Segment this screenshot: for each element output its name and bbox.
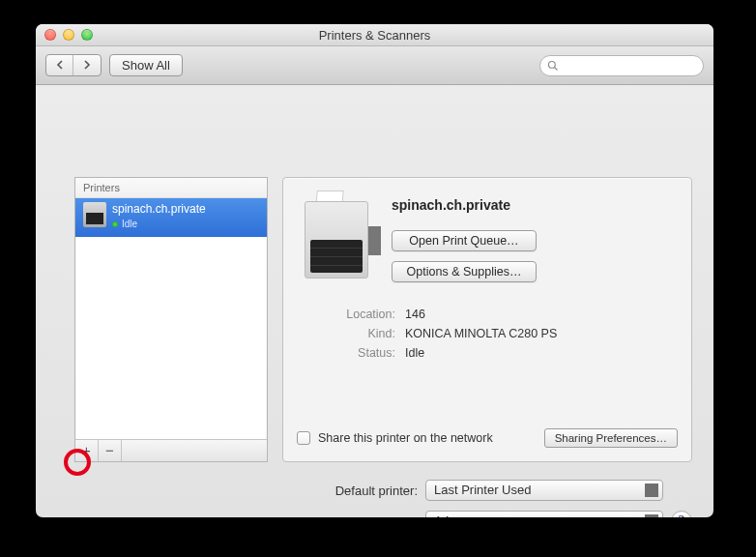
svg-line-1: [555, 67, 558, 70]
search-icon: [547, 60, 559, 72]
status-value: Idle: [405, 346, 424, 360]
printer-list-item[interactable]: spinach.ch.private Idle: [75, 198, 267, 237]
help-icon: ?: [679, 513, 685, 517]
default-paper-value: A4: [434, 513, 450, 517]
location-key: Location:: [299, 308, 395, 321]
printer-title: spinach.ch.private: [392, 197, 676, 213]
chevron-right-icon: [82, 60, 92, 70]
printer-icon: [83, 202, 106, 227]
kind-value: KONICA MINOLTA C280 PS: [405, 327, 557, 340]
printer-detail-panel: spinach.ch.private Open Print Queue… Opt…: [282, 177, 692, 462]
search-input[interactable]: [563, 58, 696, 73]
sharing-preferences-button[interactable]: Sharing Preferences…: [544, 428, 678, 448]
default-printer-value: Last Printer Used: [434, 483, 531, 497]
default-paper-size-popup[interactable]: A4 ▴▾: [425, 511, 663, 517]
kind-key: Kind:: [299, 327, 395, 340]
show-all-button[interactable]: Show All: [109, 54, 183, 76]
default-printer-label: Default printer:: [282, 484, 418, 498]
nav-back-button[interactable]: [46, 55, 73, 75]
chevron-left-icon: [55, 60, 65, 70]
popup-arrows-icon: ▴▾: [651, 484, 655, 497]
svg-point-0: [549, 61, 556, 68]
nav-back-forward-segment: [45, 54, 102, 76]
window-minimize-button[interactable]: [63, 29, 74, 41]
printer-item-status: Idle: [112, 218, 206, 231]
add-printer-button[interactable]: +: [75, 440, 99, 461]
default-printer-popup[interactable]: Last Printer Used ▴▾: [425, 480, 663, 501]
printer-large-icon: [299, 193, 374, 278]
status-key: Status:: [299, 346, 395, 360]
default-paper-label: Default paper size:: [282, 514, 418, 518]
printer-item-name: spinach.ch.private: [112, 202, 206, 216]
popup-arrows-icon: ▴▾: [651, 514, 655, 517]
share-printer-checkbox[interactable]: [297, 431, 310, 445]
toolbar: Show All: [36, 46, 713, 85]
location-value: 146: [405, 308, 425, 321]
printers-list-header: Printers: [75, 178, 267, 198]
share-printer-label: Share this printer on the network: [318, 431, 493, 445]
remove-printer-button[interactable]: −: [99, 440, 122, 461]
window-titlebar: Printers & Scanners: [36, 24, 713, 46]
help-button[interactable]: ?: [671, 511, 692, 517]
window-title: Printers & Scanners: [319, 28, 431, 43]
open-print-queue-button[interactable]: Open Print Queue…: [392, 230, 537, 251]
options-and-supplies-button[interactable]: Options & Supplies…: [392, 261, 537, 282]
printers-source-list: Printers spinach.ch.private Idle + −: [74, 177, 268, 462]
window-close-button[interactable]: [44, 29, 56, 41]
minus-icon: −: [105, 442, 114, 458]
status-dot-icon: [112, 221, 118, 227]
plus-icon: +: [82, 442, 91, 458]
window-zoom-button[interactable]: [81, 29, 93, 41]
search-field-wrapper[interactable]: [539, 55, 704, 76]
nav-forward-button[interactable]: [73, 55, 101, 75]
defaults-section: Default printer: Last Printer Used ▴▾ De…: [282, 480, 663, 517]
